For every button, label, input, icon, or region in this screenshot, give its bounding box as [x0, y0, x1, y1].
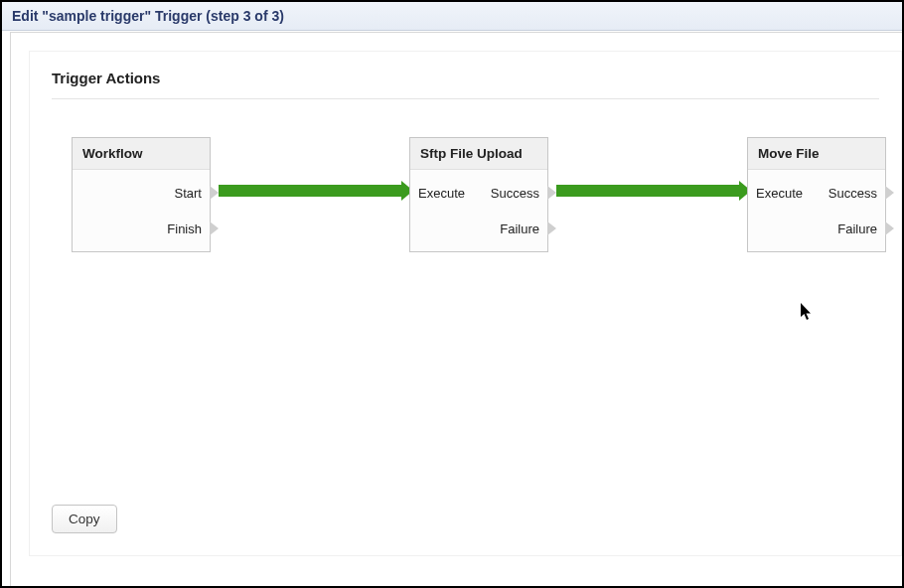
section-heading: Trigger Actions	[52, 70, 879, 99]
node-sftp-body: Execute Success Failure	[410, 170, 547, 251]
node-workflow-body: Start Finish	[73, 170, 210, 251]
node-move-body: Execute Success Failure	[748, 170, 885, 251]
node-move-title: Move File	[748, 138, 885, 170]
node-sftp-title: Sftp File Upload	[410, 138, 547, 170]
chevron-right-icon	[547, 221, 556, 235]
connector-start-to-sftp[interactable]	[219, 185, 403, 197]
chevron-right-icon	[885, 186, 894, 200]
port-failure[interactable]: Failure	[500, 221, 539, 236]
port-success[interactable]: Success	[829, 186, 877, 201]
node-workflow[interactable]: Workflow Start Finish	[72, 137, 211, 252]
chevron-right-icon	[210, 221, 219, 235]
chevron-right-icon	[547, 186, 556, 200]
node-move-file[interactable]: Move File Execute Success Failure	[747, 137, 886, 252]
workflow-canvas[interactable]: Workflow Start Finish	[52, 127, 879, 455]
node-sftp-upload[interactable]: Sftp File Upload Execute Success Failure	[409, 137, 548, 252]
port-success[interactable]: Success	[491, 186, 539, 201]
port-execute[interactable]: Execute	[418, 186, 465, 201]
copy-button[interactable]: Copy	[52, 505, 117, 533]
connector-sftp-to-move[interactable]	[556, 185, 741, 197]
chevron-right-icon	[885, 221, 894, 235]
node-workflow-title: Workflow	[73, 138, 210, 170]
port-failure[interactable]: Failure	[837, 221, 877, 236]
page-title: Edit "sample trigger" Trigger (step 3 of…	[2, 2, 902, 31]
port-execute[interactable]: Execute	[756, 186, 803, 201]
port-finish[interactable]: Finish	[167, 221, 202, 236]
chevron-right-icon	[210, 186, 219, 200]
trigger-actions-panel: Trigger Actions Workflow Start Finish	[29, 51, 902, 556]
port-start[interactable]: Start	[175, 186, 202, 201]
page-panel: Trigger Actions Workflow Start Finish	[10, 32, 902, 586]
